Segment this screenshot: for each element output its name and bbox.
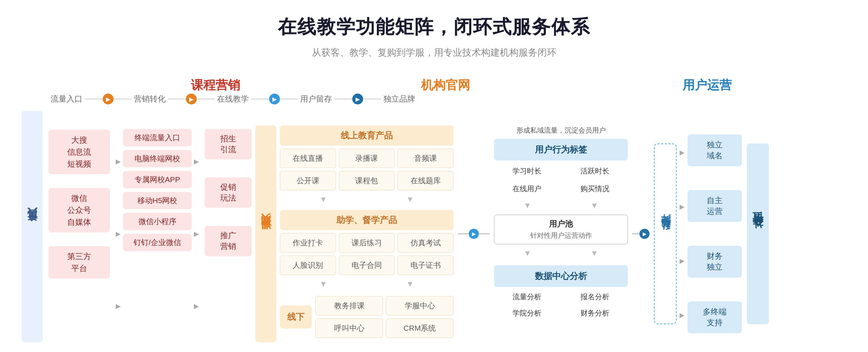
brand-col: 独立域名 自主运营 财务独立 多终端支持 <box>688 125 742 342</box>
mkt-arrows: ▶ ▶ ▶ <box>192 111 201 342</box>
private-matrix-label: 私域矩阵 <box>659 229 672 238</box>
page-container: 在线教学功能矩阵，闭环式服务体系 从获客、教学、复购到学服，用专业技术构建机构服… <box>0 0 868 352</box>
assist-cell-1: 课后练习 <box>339 233 395 253</box>
arrow-circle-blue-2: ▶ <box>352 94 363 104</box>
traffic-box-2: 第三方平台 <box>48 246 110 279</box>
da-2: ▼ <box>406 195 414 204</box>
da-5: ▼ <box>524 201 532 210</box>
assist-cell-3: 人脸识别 <box>280 256 336 275</box>
traffic-box-0: 大搜信息流短视频 <box>48 130 110 174</box>
offline-cell-2: 呼叫中心 <box>315 318 383 338</box>
user-retention-col: 形成私域流量，沉淀会员用户 用户行为标签 学习时长 活跃时长 在线用户 购买情况… <box>494 125 628 342</box>
arrow-circle-orange-1: ▶ <box>103 94 114 104</box>
brand-arrows: ▶ ▶ ▶ ▶ <box>677 111 688 342</box>
da-4: ▼ <box>406 279 414 289</box>
mkt-box-3: 移动H5网校 <box>123 192 192 209</box>
offline-grid: 教务排课 学服中心 呼叫中心 CRM系统 <box>315 296 454 338</box>
arrow-to-private: ▶ <box>632 125 650 342</box>
mkt-box-1: 电脑终端网校 <box>123 150 192 167</box>
btag-0: 学习时长 <box>494 163 560 179</box>
mkt-box-2: 专属网校APP <box>123 171 192 188</box>
page-title: 在线教学功能矩阵，闭环式服务体系 <box>22 14 846 40</box>
da-1: ▼ <box>319 195 327 204</box>
data-cell-2: 学院分析 <box>494 306 560 320</box>
down-arrows-4: ▼ ▼ <box>494 249 628 258</box>
data-cell-0: 流量分析 <box>494 290 560 304</box>
social-value-label: 社会价值 <box>747 143 769 324</box>
arrow-seg-2: ▶ <box>168 94 215 104</box>
conv-box-1: 促销玩法 <box>205 177 252 208</box>
edu-cell-5: 在线题库 <box>397 171 454 190</box>
traffic-arrows: ▶ ▶ ▶ <box>114 111 123 342</box>
brand-box-2: 财务独立 <box>688 246 742 278</box>
traffic-col: 大搜信息流短视频 微信公众号自媒体 第三方平台 <box>48 111 110 342</box>
offline-cell-3: CRM系统 <box>386 318 454 338</box>
edu-cell-0: 在线直播 <box>280 149 336 168</box>
assist-cell-4: 电子合同 <box>339 256 395 275</box>
conv-box-2: 推广营销 <box>205 226 252 256</box>
da-7: ▼ <box>524 249 532 258</box>
arrow-seg-4: ▶ <box>334 94 381 104</box>
purchase-label: 课程购买 <box>255 125 276 342</box>
flow-label-row: 流量入口 ▶ 营销转化 ▶ 在线教学 ▶ 用户留存 ▶ 独立品牌 <box>22 94 846 104</box>
section-official: 机构官网 <box>327 77 564 94</box>
marketing-col: 终端流量入口 电脑终端网校 专属网校APP 移动H5网校 微信小程序 钉钉/企业… <box>123 111 192 342</box>
arr-3: ▶ <box>116 302 121 310</box>
page-subtitle: 从获客、教学、复购到学服，用专业技术构建机构服务闭环 <box>22 46 846 59</box>
arr-2: ▶ <box>116 230 121 238</box>
offline-section: 线下 教务排课 学服中心 呼叫中心 CRM系统 <box>280 296 454 338</box>
data-cell-1: 报名分析 <box>562 290 628 304</box>
traffic-box-1: 微信公众号自媒体 <box>48 188 110 232</box>
arr-1: ▶ <box>116 158 121 166</box>
da-8: ▼ <box>591 249 599 258</box>
arrow-circle-orange-2: ▶ <box>186 94 197 104</box>
btag-2: 在线用户 <box>494 181 560 197</box>
left-flow-label: 流量入口 <box>22 111 43 342</box>
arrow-to-retention: ▶ <box>458 125 490 342</box>
assist-cell-5: 电子证书 <box>397 256 454 275</box>
assist-cell-2: 仿真考试 <box>397 233 454 253</box>
user-pool-box: 用户池 针对性用户运营动作 <box>494 215 628 244</box>
barr-4: ▶ <box>680 311 685 319</box>
arr-m1: ▶ <box>194 158 199 166</box>
label-brand: 独立品牌 <box>383 94 415 104</box>
arr-m2: ▶ <box>194 230 199 238</box>
conversion-col: 招生引流 促销玩法 推广营销 <box>205 111 252 342</box>
dblue-arrow-circle: ▶ <box>639 229 650 239</box>
label-conversion: 营销转化 <box>134 94 166 104</box>
label-online: 在线教学 <box>217 94 249 104</box>
arrow-seg-1: ▶ <box>85 94 132 104</box>
barr-1: ▶ <box>680 149 685 156</box>
brand-box-3: 多终端支持 <box>688 301 742 333</box>
retention-header: 形成私域流量，沉淀会员用户 <box>494 125 628 136</box>
mkt-box-5: 钉钉/企业微信 <box>123 234 192 251</box>
barr-3: ▶ <box>680 257 685 265</box>
da-6: ▼ <box>591 201 599 210</box>
down-arrows-2: ▼ ▼ <box>280 279 454 289</box>
offline-cell-0: 教务排课 <box>315 296 383 315</box>
down-arrows-1: ▼ ▼ <box>280 195 454 204</box>
brand-box-0: 独立域名 <box>688 134 742 166</box>
mkt-box-0: 终端流量入口 <box>123 129 192 146</box>
mkt-box-4: 微信小程序 <box>123 213 192 230</box>
offline-cell-1: 学服中心 <box>386 296 454 315</box>
brand-box-1: 自主运营 <box>688 190 742 222</box>
da-3: ▼ <box>319 279 327 289</box>
private-matrix-wrapper: 私域矩阵 <box>654 125 677 342</box>
blue-arrow-circle: ▶ <box>469 229 479 239</box>
social-value-wrapper: 社会价值 <box>747 125 769 342</box>
edu-assist-grid: 作业打卡 课后练习 仿真考试 人脸识别 电子合同 电子证书 <box>280 233 454 275</box>
behavior-tag-box: 用户行为标签 <box>494 139 628 160</box>
label-retention: 用户留存 <box>300 94 332 104</box>
offline-label: 线下 <box>280 305 312 329</box>
arr-m3: ▶ <box>194 302 199 310</box>
edu-product-grid: 在线直播 录播课 音频课 公开课 课程包 在线题库 <box>280 149 454 190</box>
edu-product-title: 线上教育产品 <box>280 125 454 146</box>
section-operation: 用户运营 <box>567 77 846 94</box>
btag-3: 购买情况 <box>562 181 628 197</box>
edu-cell-2: 音频课 <box>397 149 454 168</box>
arrow-seg-3: ▶ <box>251 94 298 104</box>
section-marketing: 课程营销 <box>107 77 323 94</box>
flow-area: 流量入口 大搜信息流短视频 微信公众号自媒体 第三方平台 ▶ ▶ ▶ 终端流量入… <box>22 111 846 342</box>
btag-1: 活跃时长 <box>562 163 628 179</box>
